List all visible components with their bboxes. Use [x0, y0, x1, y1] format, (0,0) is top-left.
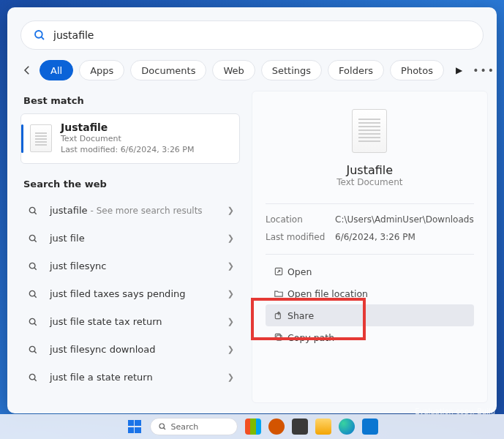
meta-location-label: Location	[266, 214, 335, 225]
tab-documents[interactable]: Documents	[130, 60, 206, 80]
section-best-match: Best match	[20, 91, 240, 113]
meta-location-value: C:\Users\AdminUser\Downloads	[335, 214, 474, 225]
preview-pane: Justafile Text Document Location C:\User…	[252, 91, 488, 403]
tab-photos[interactable]: Photos	[390, 60, 444, 80]
svg-point-12	[29, 346, 35, 352]
taskbar: Search	[0, 414, 504, 439]
search-icon	[33, 29, 46, 42]
web-suggestion[interactable]: just filesync download ❯	[20, 336, 240, 364]
basketball-icon[interactable]	[268, 419, 285, 435]
svg-rect-19	[275, 334, 280, 339]
best-match-type: Text Document	[61, 133, 195, 144]
best-match-modified: Last modified: 6/6/2024, 3:26 PM	[61, 144, 195, 155]
back-button[interactable]	[20, 60, 34, 80]
web-suggestion[interactable]: just file ❯	[20, 225, 240, 252]
section-search-web: Search the web	[20, 174, 240, 197]
app-icon[interactable]	[292, 419, 308, 435]
svg-line-13	[34, 351, 37, 353]
share-icon	[270, 310, 287, 320]
svg-rect-18	[277, 335, 282, 340]
start-button[interactable]	[127, 419, 143, 435]
svg-line-3	[34, 212, 37, 214]
action-open-location[interactable]: Open file location	[266, 282, 474, 304]
search-icon	[25, 203, 41, 219]
meta-modified-label: Last modified	[266, 232, 335, 242]
svg-point-6	[29, 263, 35, 269]
svg-line-5	[34, 240, 37, 242]
store-icon[interactable]	[362, 419, 378, 435]
best-match-result[interactable]: Justafile Text Document Last modified: 6…	[20, 113, 240, 164]
search-icon	[25, 369, 41, 386]
search-icon	[25, 230, 41, 247]
web-suggestion[interactable]: just filesync ❯	[20, 252, 240, 280]
search-bar[interactable]	[20, 20, 484, 50]
filter-tabs: All Apps Documents Web Settings Folders …	[7, 56, 497, 91]
preview-title: Justafile	[347, 163, 394, 177]
document-icon	[352, 109, 387, 153]
svg-line-1	[42, 37, 44, 40]
action-open[interactable]: Open	[266, 260, 474, 282]
chevron-right-icon: ❯	[227, 345, 234, 354]
web-suggestion[interactable]: just filed taxes says pending ❯	[20, 280, 240, 308]
search-icon	[25, 286, 41, 302]
svg-line-7	[34, 268, 37, 270]
chevron-right-icon: ❯	[227, 372, 234, 382]
search-icon	[25, 258, 41, 274]
search-icon	[25, 314, 41, 330]
chevron-right-icon: ❯	[227, 317, 234, 326]
chevron-right-icon: ❯	[227, 289, 234, 299]
search-input[interactable]	[53, 29, 471, 41]
file-explorer-icon[interactable]	[315, 419, 331, 435]
action-share[interactable]: Share	[266, 304, 474, 326]
folder-icon	[270, 288, 287, 299]
chevron-right-icon: ❯	[227, 233, 234, 243]
start-search-panel: All Apps Documents Web Settings Folders …	[7, 7, 497, 413]
search-icon	[158, 422, 167, 431]
chevron-right-icon: ❯	[227, 206, 234, 215]
document-icon	[30, 124, 52, 152]
chevron-right-icon: ❯	[227, 261, 234, 271]
svg-line-15	[34, 379, 37, 381]
edge-icon[interactable]	[339, 419, 355, 435]
web-suggestion[interactable]: justafile - See more search results ❯	[20, 197, 240, 225]
search-icon	[25, 342, 41, 358]
svg-line-9	[34, 296, 37, 298]
web-suggestion[interactable]: just file state tax return ❯	[20, 308, 240, 336]
svg-point-10	[29, 318, 35, 324]
svg-line-11	[34, 323, 37, 326]
tab-all[interactable]: All	[40, 60, 73, 80]
taskbar-search[interactable]: Search	[150, 418, 238, 435]
tab-folders[interactable]: Folders	[328, 60, 384, 80]
best-match-title: Justafile	[61, 121, 195, 133]
copy-icon	[270, 332, 287, 342]
svg-point-8	[29, 290, 35, 296]
more-menu[interactable]: •••	[473, 64, 495, 76]
svg-point-0	[35, 31, 42, 38]
svg-point-14	[29, 374, 35, 380]
meta-modified-value: 6/6/2024, 3:26 PM	[335, 232, 415, 242]
svg-point-20	[159, 424, 165, 429]
tab-settings[interactable]: Settings	[261, 60, 322, 80]
open-icon	[270, 266, 287, 277]
task-view-icon[interactable]	[245, 419, 261, 435]
tab-web[interactable]: Web	[212, 60, 255, 80]
preview-subtitle: Text Document	[336, 177, 402, 187]
play-icon[interactable]: ▶	[456, 65, 462, 75]
tab-apps[interactable]: Apps	[79, 60, 124, 80]
web-suggestion[interactable]: just file a state return ❯	[20, 364, 240, 391]
svg-line-21	[163, 428, 165, 429]
svg-point-2	[29, 207, 35, 213]
action-copy-path[interactable]: Copy path	[266, 326, 474, 348]
svg-rect-17	[275, 314, 280, 319]
svg-point-4	[29, 235, 35, 241]
